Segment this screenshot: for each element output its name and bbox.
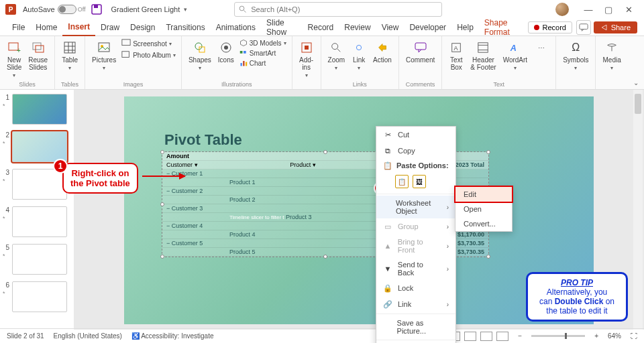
tab-home[interactable]: Home bbox=[30, 19, 62, 36]
comment-button[interactable]: Comment bbox=[405, 39, 436, 65]
link-icon: 🔗 bbox=[383, 299, 392, 309]
record-button[interactable]: Record bbox=[528, 21, 572, 33]
link-button[interactable]: Link▾ bbox=[350, 39, 368, 72]
window-minimize-icon[interactable]: — bbox=[578, 3, 598, 16]
ctx-paste-options-label: 📋Paste Options: bbox=[376, 159, 455, 174]
view-slideshow-icon[interactable] bbox=[496, 332, 508, 341]
tab-developer[interactable]: Developer bbox=[404, 19, 451, 36]
photo-album-button[interactable]: Photo Album▾ bbox=[121, 50, 176, 60]
tab-insert[interactable]: Insert bbox=[62, 19, 95, 36]
shapes-button[interactable]: Shapes▾ bbox=[187, 39, 213, 72]
tab-review[interactable]: Review bbox=[339, 19, 376, 36]
ribbon-collapse-icon[interactable]: ⌄ bbox=[628, 76, 644, 89]
textbox-button[interactable]: AText Box bbox=[447, 39, 465, 72]
slide-thumb-4[interactable] bbox=[12, 206, 67, 237]
fit-window-icon[interactable]: ⛶ bbox=[631, 332, 637, 340]
ctx-link[interactable]: 🔗Link› bbox=[376, 296, 455, 312]
ribbon-group-tables: Table▾ Tables bbox=[55, 36, 85, 89]
zoom-button[interactable]: Zoom▾ bbox=[327, 39, 347, 72]
title-dropdown-icon[interactable]: ▾ bbox=[184, 6, 187, 13]
ribbon: +New Slide▾ Reuse Slides Slides Table▾ T… bbox=[0, 36, 644, 90]
pivot-hdr-customer: Customer bbox=[166, 161, 193, 168]
new-slide-button[interactable]: +New Slide▾ bbox=[5, 39, 23, 80]
pictures-button[interactable]: Pictures▾ bbox=[91, 39, 117, 72]
canvas-scrollbar[interactable] bbox=[633, 90, 643, 330]
3d-models-button[interactable]: 3D Models▾ bbox=[239, 39, 286, 47]
ribbon-group-slides: +New Slide▾ Reuse Slides Slides bbox=[0, 36, 55, 89]
text-more-button[interactable]: ⋯ bbox=[533, 39, 550, 56]
paste-embed-icon[interactable]: 📋 bbox=[395, 175, 409, 188]
tab-help[interactable]: Help bbox=[451, 19, 479, 36]
window-close-icon[interactable]: ✕ bbox=[619, 3, 639, 16]
ribbon-group-links: Zoom▾ Link▾ Action Links bbox=[321, 36, 399, 89]
ctx-lock[interactable]: 🔒Lock bbox=[376, 280, 455, 296]
media-button[interactable]: Media▾ bbox=[601, 39, 622, 72]
autosave-toggle[interactable] bbox=[58, 5, 76, 14]
tab-draw[interactable]: Draw bbox=[95, 19, 125, 36]
ctx-save-picture[interactable]: Save as Picture... bbox=[376, 316, 455, 338]
thumb-num: 5 bbox=[3, 244, 9, 251]
ctx-cut[interactable]: ✂Cut bbox=[376, 127, 455, 143]
submenu-open[interactable]: Open bbox=[455, 202, 512, 216]
tab-animations[interactable]: Animations bbox=[211, 19, 261, 36]
zoom-out-button[interactable]: − bbox=[518, 332, 522, 340]
tab-view[interactable]: View bbox=[376, 19, 405, 36]
wordart-button[interactable]: AWordArt▾ bbox=[502, 39, 529, 72]
tab-file[interactable]: File bbox=[7, 19, 30, 36]
tab-transitions[interactable]: Transitions bbox=[160, 19, 210, 36]
view-reading-icon[interactable] bbox=[480, 332, 492, 341]
chart-button[interactable]: Chart bbox=[239, 59, 286, 67]
paste-picture-icon[interactable]: 🖼 bbox=[413, 175, 426, 188]
ctx-send-back[interactable]: ▼Send to Back› bbox=[376, 257, 455, 280]
screenshot-button[interactable]: Screenshot▾ bbox=[121, 39, 176, 48]
svg-rect-9 bbox=[64, 42, 75, 53]
reuse-slides-button[interactable]: Reuse Slides bbox=[27, 39, 49, 72]
ctx-group: ▭Group› bbox=[376, 218, 455, 234]
zoom-in-button[interactable]: + bbox=[594, 332, 598, 340]
svg-text:A: A bbox=[510, 44, 517, 53]
slide-thumb-5[interactable] bbox=[12, 244, 67, 275]
submenu-convert[interactable]: Convert... bbox=[455, 216, 512, 231]
zoom-level[interactable]: 64% bbox=[608, 332, 621, 340]
share-button[interactable]: Share bbox=[594, 21, 637, 33]
search-input[interactable]: Search (Alt+Q) bbox=[234, 2, 442, 17]
table-button[interactable]: Table▾ bbox=[60, 39, 79, 72]
smartart-button[interactable]: SmartArt bbox=[239, 49, 286, 57]
symbols-button[interactable]: ΩSymbols▾ bbox=[561, 39, 590, 72]
slide-thumb-6[interactable] bbox=[12, 281, 67, 312]
status-accessibility[interactable]: ♿ Accessibility: Investigate bbox=[131, 332, 214, 340]
ctx-copy[interactable]: ⧉Copy bbox=[376, 143, 455, 159]
comments-pane-button[interactable] bbox=[576, 20, 591, 35]
ribbon-group-media: Media▾ bbox=[596, 36, 627, 89]
search-icon bbox=[239, 5, 247, 13]
header-footer-button[interactable]: Header & Footer bbox=[469, 39, 497, 72]
callout-badge-1: 1 bbox=[53, 159, 68, 174]
share-icon bbox=[600, 23, 608, 31]
user-avatar[interactable] bbox=[555, 3, 569, 16]
ribbon-group-symbols: ΩSymbols▾ bbox=[556, 36, 596, 89]
ctx-worksheet-object[interactable]: Worksheet Object› bbox=[376, 196, 455, 218]
addins-button[interactable]: Add- ins▾ bbox=[298, 39, 315, 80]
tab-design[interactable]: Design bbox=[125, 19, 160, 36]
send-back-icon: ▼ bbox=[383, 264, 392, 273]
action-button[interactable]: Action bbox=[372, 39, 393, 65]
status-slide[interactable]: Slide 2 of 31 bbox=[7, 332, 44, 340]
tab-slideshow[interactable]: Slide Show bbox=[261, 19, 303, 36]
status-lang[interactable]: English (United States) bbox=[54, 332, 122, 340]
slide-thumb-1[interactable] bbox=[12, 94, 67, 125]
ribbon-group-addins: Add- ins▾ bbox=[292, 36, 321, 89]
save-icon[interactable] bbox=[91, 4, 102, 15]
view-sorter-icon[interactable] bbox=[464, 332, 476, 341]
window-restore-icon[interactable]: ▢ bbox=[598, 3, 619, 16]
icons-button[interactable]: Icons bbox=[217, 39, 235, 65]
tab-shape-format[interactable]: Shape Format bbox=[479, 19, 529, 36]
powerpoint-icon: P bbox=[5, 4, 16, 15]
tab-record[interactable]: Record bbox=[303, 19, 339, 36]
group-icon: ▭ bbox=[383, 222, 392, 231]
slide-thumb-2[interactable] bbox=[12, 131, 67, 162]
document-title[interactable]: Gradient Green Light bbox=[111, 5, 180, 13]
svg-rect-26 bbox=[246, 62, 247, 66]
zoom-slider[interactable] bbox=[531, 335, 585, 337]
submenu-edit[interactable]: Edit bbox=[455, 187, 512, 202]
worksheet-object-submenu: Edit Open Convert... bbox=[455, 186, 513, 232]
